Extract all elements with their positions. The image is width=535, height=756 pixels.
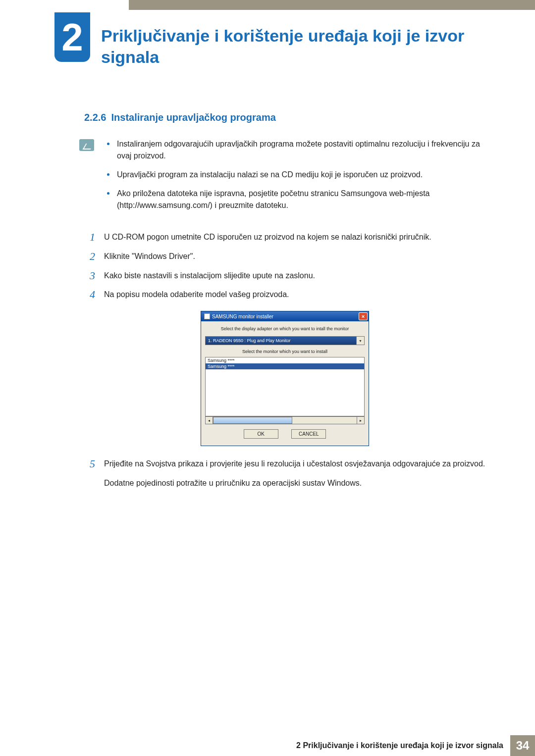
scroll-track[interactable] (213, 416, 357, 424)
list-item[interactable]: Samsung **** (206, 363, 364, 369)
step: 2 Kliknite "Windows Driver". (84, 251, 485, 263)
installer-label-adapter: Select the display adapter on which you … (205, 326, 365, 331)
installer-title: SAMSUNG monitor installer (212, 314, 273, 319)
note-bullet: Ako priložena datoteka nije ispravna, po… (106, 188, 485, 211)
page-footer: 2 Priključivanje i korištenje uređaja ko… (0, 735, 535, 756)
adapter-select[interactable]: 1. RADEON 9550 : Plug and Play Monitor ▼ (205, 336, 365, 345)
footer-text: 2 Priključivanje i korištenje uređaja ko… (296, 736, 503, 755)
section-title: Instaliranje upravljačkog programa (111, 112, 275, 123)
step-text: Dodatne pojedinosti potražite u priručni… (104, 477, 485, 490)
step-number: 3 (84, 270, 95, 282)
step: 5 Prijeđite na Svojstva prikaza i provje… (84, 458, 485, 470)
step: 1 U CD-ROM pogon umetnite CD isporučen u… (84, 231, 485, 244)
step-number: 5 (84, 458, 95, 470)
button-row: OK CANCEL (205, 424, 365, 442)
horizontal-scrollbar[interactable]: ◂ ▸ (205, 416, 365, 424)
step: 4 Na popisu modela odaberite model vašeg… (84, 289, 485, 301)
step: Dodatne pojedinosti potražite u priručni… (84, 477, 485, 490)
step: 3 Kako biste nastavili s instalacijom sl… (84, 270, 485, 282)
installer-titlebar: SAMSUNG monitor installer × (201, 311, 369, 321)
section-heading: 2.2.6Instaliranje upravljačkog programa (84, 112, 485, 123)
close-icon[interactable]: × (359, 312, 368, 320)
app-icon (204, 313, 210, 319)
step-text: Na popisu modela odaberite model vašeg p… (104, 289, 485, 301)
content: 2.2.6Instaliranje upravljačkog programa … (84, 112, 505, 490)
installer-screenshot: SAMSUNG monitor installer × Select the d… (201, 311, 369, 446)
installer-window: SAMSUNG monitor installer × Select the d… (201, 311, 369, 446)
installer-label-monitor: Select the monitor which you want to ins… (205, 349, 365, 354)
section-number: 2.2.6 (84, 112, 106, 123)
step-number: 1 (84, 231, 95, 243)
note-block: Instaliranjem odgovarajućih upravljačkih… (79, 138, 485, 218)
step-text: Kliknite "Windows Driver". (104, 251, 485, 263)
chapter-number-badge: 2 (54, 12, 90, 62)
page-number: 34 (510, 735, 535, 756)
scroll-thumb[interactable] (213, 417, 292, 424)
scroll-left-icon[interactable]: ◂ (205, 416, 213, 424)
cancel-button[interactable]: CANCEL (291, 429, 326, 439)
chapter-title: Priključivanje i korištenje uređaja koji… (101, 12, 490, 67)
step-text: Prijeđite na Svojstva prikaza i provjeri… (104, 458, 485, 470)
step-number: 2 (84, 251, 95, 262)
note-bullet: Instaliranjem odgovarajućih upravljačkih… (106, 138, 485, 162)
note-icon (79, 139, 94, 151)
scroll-right-icon[interactable]: ▸ (357, 416, 365, 424)
monitor-listbox[interactable]: Samsung **** Samsung **** (205, 357, 365, 416)
chevron-down-icon[interactable]: ▼ (357, 336, 365, 345)
steps-list: 1 U CD-ROM pogon umetnite CD isporučen u… (84, 231, 485, 490)
page: 2 Priključivanje i korištenje uređaja ko… (0, 0, 535, 756)
list-item[interactable]: Samsung **** (206, 357, 364, 363)
installer-body: Select the display adapter on which you … (201, 321, 369, 446)
step-text: U CD-ROM pogon umetnite CD isporučen uz … (104, 231, 485, 244)
chapter-header: 2 Priključivanje i korištenje uređaja ko… (54, 12, 505, 67)
ok-button[interactable]: OK (244, 429, 278, 439)
note-bullets: Instaliranjem odgovarajućih upravljačkih… (106, 138, 485, 218)
adapter-select-value: 1. RADEON 9550 : Plug and Play Monitor (205, 336, 357, 345)
note-bullet: Upravljački program za instalaciju nalaz… (106, 169, 485, 181)
step-text: Kako biste nastavili s instalacijom slij… (104, 270, 485, 282)
step-number: 4 (84, 289, 95, 301)
